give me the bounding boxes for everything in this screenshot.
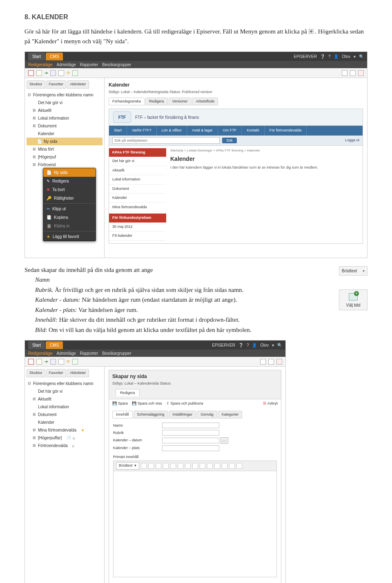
tree-item[interactable]: Kalender (27, 418, 102, 426)
sidebar-item[interactable]: Aktuellt (109, 166, 166, 176)
tab-start[interactable]: Start (28, 53, 45, 60)
tool-icon[interactable] (28, 70, 34, 76)
tree-item[interactable]: ⊞Lokal information (27, 114, 102, 122)
expand-icon[interactable]: ⊞ (32, 124, 36, 128)
tool-icon[interactable] (50, 359, 56, 365)
tool-icon[interactable] (342, 70, 347, 76)
rte-clean-icon[interactable] (200, 463, 205, 469)
tool-icon[interactable] (72, 359, 78, 365)
tree-item[interactable]: ⊞[Högerpuf (27, 153, 102, 161)
tree-item[interactable]: ⊞Mina fört (27, 145, 102, 153)
mode-redigeralage[interactable]: Redigeraläge (28, 350, 53, 356)
tree-item[interactable]: ⊞Dokument (27, 411, 102, 418)
tree-item[interactable]: Kalender (27, 130, 102, 138)
mode-redigeralage[interactable]: Redigeraläge (28, 62, 53, 68)
tool-icon[interactable] (36, 70, 42, 76)
tree-item[interactable]: Lokal information (27, 403, 102, 411)
rte-link-icon[interactable] (156, 463, 161, 469)
left-tab-favoriter[interactable]: Favoriter (46, 369, 67, 377)
rte-ul-icon[interactable] (141, 463, 147, 469)
subtab-installningar[interactable]: Inställningar (169, 411, 196, 419)
tool-icon[interactable] (268, 359, 274, 365)
tool-icon[interactable] (350, 70, 356, 76)
tree-item[interactable]: ⊞Dokument (27, 122, 102, 130)
tool-icon[interactable] (358, 70, 364, 76)
rte-row-icon[interactable] (214, 463, 220, 469)
left-tab-aktiviteter[interactable]: Aktiviteter (67, 369, 89, 377)
help-icon[interactable]: ❔ (238, 342, 243, 348)
nav-item[interactable]: För förtroendevalda (265, 126, 307, 136)
input-namn[interactable] (162, 423, 219, 428)
chevron-down-icon[interactable]: ▾ (354, 53, 356, 60)
rte-merge-icon[interactable] (229, 463, 235, 469)
ctx-klippur[interactable]: ✂Klipp ut (43, 205, 96, 213)
tool-icon[interactable] (276, 359, 282, 365)
rte-unlink-icon[interactable] (163, 463, 169, 469)
mode-besokargrupper[interactable]: Besökargrupper (102, 62, 131, 68)
rte-media-icon[interactable] (185, 463, 191, 469)
sidebar-item[interactable]: Dokument (109, 185, 166, 194)
logout-link[interactable]: Logga ut (345, 138, 359, 143)
mode-besokargrupper[interactable]: Besökargrupper (102, 350, 131, 356)
tool-arrow-icon[interactable]: ➔ (45, 70, 48, 76)
left-tab-aktiviteter[interactable]: Aktiviteter (67, 80, 89, 89)
expand-icon[interactable]: ⊞ (32, 397, 36, 401)
tree-root[interactable]: ⊟ Föreningens eller klubbens namn (27, 380, 102, 387)
subtab-schemalaggning[interactable]: Schemaläggning (134, 411, 168, 419)
input-rubrik[interactable] (162, 430, 219, 436)
tab-start[interactable]: Start (28, 341, 45, 349)
rte-anchor-icon[interactable] (170, 463, 176, 469)
rte-textarea[interactable] (113, 471, 277, 577)
tool-icon[interactable] (58, 70, 64, 76)
tool-icon[interactable] (36, 359, 42, 365)
tool-arrow-icon[interactable]: ➔ (45, 358, 48, 365)
expand-icon[interactable]: ⊞ (32, 162, 36, 167)
redigera-tab[interactable]: Redigera (116, 389, 140, 397)
nav-item[interactable]: Om FTF (218, 126, 242, 136)
subtab-kategorier[interactable]: Kategorier (218, 411, 243, 419)
nav-item[interactable]: Varför FTF? (127, 126, 157, 136)
expand-icon[interactable]: ⊞ (32, 436, 36, 440)
expand-icon[interactable]: ⊞ (32, 443, 36, 447)
valj-bild-button[interactable]: Välj bild (339, 289, 368, 310)
mode-rapporter[interactable]: Rapporter (80, 350, 98, 356)
save-publish-button[interactable]: ⇧Spara och publicera (166, 401, 203, 407)
tree-root[interactable]: ⊟ Föreningens eller klubbens namn (27, 91, 102, 99)
save-view-button[interactable]: 💾Spara och visa (132, 401, 162, 407)
tab-cms[interactable]: CMS (46, 341, 63, 349)
rte-col-icon[interactable] (222, 463, 227, 469)
sidebar-item[interactable]: Det här gör vi (109, 157, 166, 166)
rte-table-icon[interactable] (207, 463, 213, 469)
nav-item[interactable]: Avtal & lagar (187, 126, 218, 136)
rte-style-dropdown[interactable]: Brödtext▾ (116, 462, 139, 470)
sidebar-item[interactable]: FS-kalender (109, 231, 166, 241)
info-icon[interactable]: ? (328, 53, 331, 60)
rte-image-icon[interactable] (178, 463, 183, 469)
sidebar-item[interactable]: 30 maj 2012 (109, 223, 166, 232)
ctx-ny-sida[interactable]: 📄Ny sida (43, 168, 96, 177)
nav-item[interactable]: Kontakt (242, 126, 265, 136)
sidebar-item[interactable]: Mina förtroendevalda (109, 203, 166, 212)
input-kalender-datum[interactable] (162, 438, 219, 443)
ctx-favorit[interactable]: ★Lägg till favorit (43, 232, 96, 241)
search-input[interactable] (112, 137, 220, 144)
collapse-icon[interactable]: ⊟ (27, 93, 31, 97)
search-icon[interactable]: 🔍 (277, 342, 282, 348)
tree-item[interactable]: ⊞[Högerpuffar] 📄⌂ (27, 434, 102, 442)
tool-refresh-icon[interactable]: ⟳ (67, 70, 70, 76)
tab-cms[interactable]: CMS (46, 53, 63, 60)
tool-icon[interactable] (50, 70, 56, 76)
collapse-icon[interactable]: ⊟ (27, 381, 31, 385)
tree-item[interactable]: ⊞Förtroendevalda ⌂ (27, 442, 102, 449)
left-tab-favoriter[interactable]: Favoriter (46, 80, 67, 89)
expand-icon[interactable]: ⊞ (32, 428, 36, 432)
tree-item[interactable]: ⊞Mina förtroendevalda ★ (27, 426, 102, 434)
subtab-versioner[interactable]: Versioner (169, 98, 192, 106)
left-tab-struktur[interactable]: Struktur (27, 80, 45, 89)
mode-rapporter[interactable]: Rapporter (80, 62, 98, 68)
chevron-down-icon[interactable]: ▾ (272, 342, 274, 348)
ellipsis-button[interactable]: … (220, 437, 228, 444)
search-icon[interactable]: 🔍 (359, 53, 364, 60)
expand-icon[interactable]: ⊞ (32, 108, 36, 112)
ctx-klistra[interactable]: 📋Klistra in (43, 222, 96, 230)
